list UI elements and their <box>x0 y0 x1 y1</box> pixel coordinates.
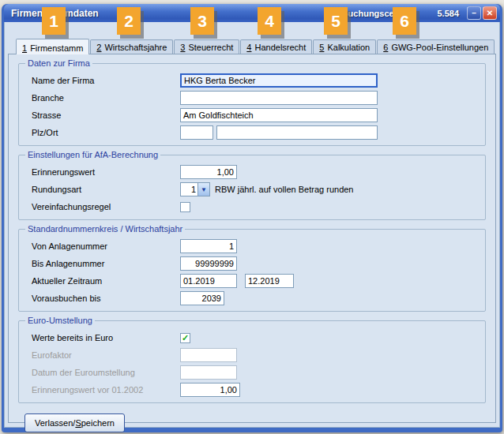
werte-in-euro-checkbox[interactable]: ✓ <box>180 333 190 343</box>
dropdown-glyph: ▼ <box>201 186 207 193</box>
group-legend: Standardnummernkreis / Wirtschaftsjahr <box>25 224 185 234</box>
button-text: peichern <box>81 418 115 428</box>
form-row: Erinnerungswert 1,00 <box>25 163 479 181</box>
tab-firmenstamm[interactable]: 1 Firmenstamm <box>16 39 89 54</box>
erinnerungswert-vor-2002-input[interactable]: 1,00 <box>180 383 240 397</box>
datum-euroumstellung-input <box>180 365 237 380</box>
tab-label: GWG-Pool-Einstellungen <box>391 43 488 52</box>
minimize-button[interactable]: – <box>467 6 481 20</box>
checkmark-icon: ✓ <box>182 333 189 342</box>
close-icon: ✕ <box>487 9 493 17</box>
rundungsart-combobox[interactable]: 1 ▼ <box>180 182 210 196</box>
branche-input[interactable] <box>180 91 378 105</box>
strasse-input[interactable]: Am Goldfischteich <box>180 108 378 122</box>
label-von-anlagenummer: Von Anlagenummer <box>32 241 180 251</box>
form-row: Aktueller Zeitraum 01.2019 12.2019 <box>25 272 479 290</box>
desktop-background: Firmenstammdaten Buchungscenter 5.584 – … <box>0 0 504 434</box>
group-standardnummernkreis: Standardnummernkreis / Wirtschaftsjahr V… <box>18 229 486 312</box>
form-row: Rundungsart 1 ▼ RBW jährl. auf vollen Be… <box>25 181 479 198</box>
tab-handelsrecht[interactable]: 4 Handelsrecht <box>240 39 312 54</box>
window-client-area: 1 Firmenstamm 2 Wirtschaftsjahre 3 Steue… <box>4 22 500 428</box>
form-row: Datum der Euroumstellung <box>25 364 479 381</box>
form-row: Bis Anlagenummer 99999999 <box>25 255 479 272</box>
tab-steuerrecht[interactable]: 3 Steuerrecht <box>174 39 239 54</box>
form-row: Strasse Am Goldfischteich <box>25 107 479 124</box>
group-legend: Daten zur Firma <box>25 58 92 68</box>
bis-anlagenummer-input[interactable]: 99999999 <box>180 256 237 271</box>
annotation-marker-1: 1 <box>42 7 66 35</box>
window-controls: – ✕ <box>467 6 497 20</box>
group-afa-berechnung: Einstellungen für AfA-Berechnung Erinner… <box>18 155 486 220</box>
app-version: 5.584 <box>437 9 459 18</box>
tab-label: Firmenstamm <box>30 43 83 53</box>
tab-shortcut-number: 2 <box>96 43 101 52</box>
name-der-firma-input[interactable]: HKG Berta Becker <box>180 73 378 88</box>
form-row: Vorausbuchen bis 2039 <box>25 290 479 307</box>
tab-label: Steuerrecht <box>188 43 233 52</box>
group-euro-umstellung: Euro-Umstellung Werte bereits in Euro ✓ … <box>18 320 486 403</box>
label-datum-euroumstellung: Datum der Euroumstellung <box>32 368 180 377</box>
label-aktueller-zeitraum: Aktueller Zeitraum <box>32 276 180 286</box>
annotation-marker-2: 2 <box>117 7 141 35</box>
tab-gwg-pool-einstellungen[interactable]: 6 GWG-Pool-Einstellungen <box>377 39 495 54</box>
form-row: Vereinfachungsregel <box>25 198 479 215</box>
tab-kalkulation[interactable]: 5 Kalkulation <box>313 39 376 54</box>
label-erinnerungswert-vor-2002: Erinnerungswert vor 01.2002 <box>32 385 180 395</box>
tab-shortcut-number: 1 <box>22 43 27 53</box>
app-window: Firmenstammdaten Buchungscenter 5.584 – … <box>2 4 502 432</box>
label-branche: Branche <box>32 93 180 103</box>
tab-panel-firmenstamm: Daten zur Firma Name der Firma HKG Berta… <box>8 54 496 423</box>
form-row: Erinnerungswert vor 01.2002 1,00 <box>25 381 479 398</box>
tab-label: Kalkulation <box>327 43 370 52</box>
tab-shortcut-number: 4 <box>246 43 251 52</box>
close-button[interactable]: ✕ <box>483 6 497 20</box>
tab-label: Wirtschaftsjahre <box>104 43 167 52</box>
annotation-marker-5: 5 <box>324 7 348 35</box>
vorausbuchen-bis-input[interactable]: 2039 <box>180 291 224 305</box>
tab-shortcut-number: 6 <box>383 43 388 52</box>
label-werte-bereits-in-euro: Werte bereits in Euro <box>32 333 180 342</box>
tab-label: Handelsrecht <box>254 43 306 52</box>
plz-input[interactable] <box>180 125 213 140</box>
titlebar[interactable]: Firmenstammdaten Buchungscenter 5.584 – … <box>4 4 500 22</box>
label-erinnerungswert: Erinnerungswert <box>32 167 180 177</box>
group-legend: Euro-Umstellung <box>25 316 95 325</box>
label-eurofaktor: Eurofaktor <box>32 350 180 360</box>
button-text: Verlassen/ <box>35 418 75 428</box>
group-legend: Einstellungen für AfA-Berechnung <box>25 150 160 159</box>
label-strasse: Strasse <box>32 110 180 120</box>
annotation-marker-6: 6 <box>393 7 416 35</box>
zeitraum-bis-input[interactable]: 12.2019 <box>245 274 294 288</box>
annotation-marker-4: 4 <box>258 7 281 35</box>
verlassen-speichern-button[interactable]: Verlassen/Speichern <box>24 413 125 432</box>
form-row: Von Anlagenummer 1 <box>25 238 479 255</box>
rundungsart-description: RBW jährl. auf vollen Betrag runden <box>215 185 353 194</box>
von-anlagenummer-input[interactable]: 1 <box>180 239 237 253</box>
tab-bar: 1 Firmenstamm 2 Wirtschaftsjahre 3 Steue… <box>5 22 499 54</box>
minimize-icon: – <box>472 9 476 17</box>
label-name-der-firma: Name der Firma <box>32 76 180 85</box>
tab-shortcut-number: 5 <box>319 43 324 52</box>
tab-wirtschaftsjahre[interactable]: 2 Wirtschaftsjahre <box>90 39 173 54</box>
label-plz-ort: Plz/Ort <box>32 128 180 137</box>
label-bis-anlagenummer: Bis Anlagenummer <box>32 259 180 268</box>
form-row: Eurofaktor <box>25 346 479 364</box>
eurofaktor-input <box>180 348 237 362</box>
dropdown-arrow-icon[interactable]: ▼ <box>197 182 210 196</box>
ort-input[interactable] <box>216 125 378 140</box>
rundungsart-value[interactable]: 1 <box>180 182 197 196</box>
zeitraum-von-input[interactable]: 01.2019 <box>180 274 237 288</box>
label-vorausbuchen-bis: Vorausbuchen bis <box>32 294 180 303</box>
annotation-marker-3: 3 <box>190 7 214 35</box>
form-row: Plz/Ort <box>25 124 479 141</box>
vereinfachungsregel-checkbox[interactable] <box>180 202 190 212</box>
button-shortcut-letter: S <box>75 418 81 428</box>
label-rundungsart: Rundungsart <box>32 185 180 194</box>
form-row: Werte bereits in Euro ✓ <box>25 329 479 346</box>
group-daten-zur-firma: Daten zur Firma Name der Firma HKG Berta… <box>18 63 486 146</box>
label-vereinfachungsregel: Vereinfachungsregel <box>32 202 180 211</box>
form-row: Name der Firma HKG Berta Becker <box>25 72 479 89</box>
tab-shortcut-number: 3 <box>180 43 185 52</box>
erinnerungswert-input[interactable]: 1,00 <box>180 165 237 179</box>
form-row: Branche <box>25 89 479 107</box>
